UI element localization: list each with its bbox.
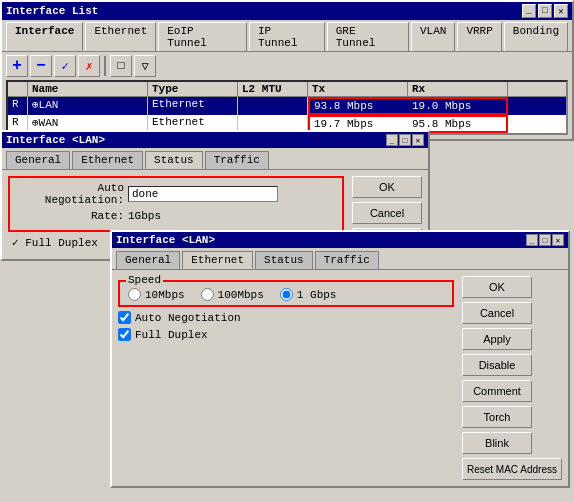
dialog2-comment-button[interactable]: Comment <box>462 380 532 402</box>
dialog1-fields-box: Auto Negotiation: Rate: 1Gbps <box>8 176 344 232</box>
tab-eoip[interactable]: EoIP Tunnel <box>158 22 247 51</box>
tab-gre[interactable]: GRE Tunnel <box>327 22 409 51</box>
toolbar-separator <box>104 56 106 76</box>
main-toolbar: + − ✓ ✗ □ ▽ <box>2 52 572 80</box>
dialog2-tabs: General Ethernet Status Traffic <box>112 248 568 270</box>
dialog2-body: Speed 10Mbps 100Mbps 1 Gbps Auto Negotia… <box>112 270 568 486</box>
full-duplex-label: Full Duplex <box>25 237 98 249</box>
dialog2-disable-button[interactable]: Disable <box>462 354 532 376</box>
dialog1-tabs: General Ethernet Status Traffic <box>2 148 428 170</box>
speed-10mbps-radio[interactable] <box>128 288 141 301</box>
rate-value: 1Gbps <box>128 210 161 222</box>
speed-group-label: Speed <box>126 274 163 286</box>
maximize-button[interactable]: □ <box>538 4 552 18</box>
dialog1-title-text: Interface <LAN> <box>6 134 105 146</box>
auto-neg-row: Auto Negotiation: <box>14 182 338 206</box>
speed-1gbps[interactable]: 1 Gbps <box>280 288 337 301</box>
speed-radio-group: 10Mbps 100Mbps 1 Gbps <box>128 286 444 301</box>
row1-tx: 93.8 Mbps <box>308 97 408 115</box>
rate-row: Rate: 1Gbps <box>14 210 338 222</box>
row1-flag: R <box>8 97 28 115</box>
row1-name: ⊕LAN <box>28 97 148 115</box>
dialog1-maximize[interactable]: □ <box>399 134 411 146</box>
speed-100mbps[interactable]: 100Mbps <box>201 288 264 301</box>
check-button[interactable]: ✓ <box>54 55 76 77</box>
col-type: Type <box>148 82 238 96</box>
dialog2-tab-ethernet[interactable]: Ethernet <box>182 251 253 269</box>
speed-100mbps-label: 100Mbps <box>218 289 264 301</box>
dialog1-tab-traffic[interactable]: Traffic <box>205 151 269 169</box>
filter-button[interactable]: ▽ <box>134 55 156 77</box>
table-header: Name Type L2 MTU Tx Rx <box>8 82 566 97</box>
auto-neg-checkbox-label: Auto Negotiation <box>135 312 241 324</box>
dialog2-minimize[interactable]: _ <box>526 234 538 246</box>
main-window: Interface List _ □ ✕ Interface Ethernet … <box>0 0 574 141</box>
dialog2-tab-general[interactable]: General <box>116 251 180 269</box>
col-flag <box>8 82 28 96</box>
auto-neg-checkbox[interactable] <box>118 311 131 324</box>
full-duplex-checkbox-row: Full Duplex <box>118 328 454 341</box>
speed-10mbps[interactable]: 10Mbps <box>128 288 185 301</box>
auto-neg-checkbox-row: Auto Negotiation <box>118 311 454 324</box>
col-name: Name <box>28 82 148 96</box>
speed-group: Speed 10Mbps 100Mbps 1 Gbps <box>118 280 454 307</box>
tab-bonding[interactable]: Bonding <box>504 22 568 51</box>
dialog1-tab-ethernet[interactable]: Ethernet <box>72 151 143 169</box>
dialog2-reset-mac-button[interactable]: Reset MAC Address <box>462 458 562 480</box>
main-window-title: Interface List <box>6 5 98 17</box>
auto-neg-input[interactable] <box>128 186 278 202</box>
dialog2-title-buttons: _ □ ✕ <box>526 234 564 246</box>
dialog2-close[interactable]: ✕ <box>552 234 564 246</box>
dialog1-ok-button[interactable]: OK <box>352 176 422 198</box>
dialog2-blink-button[interactable]: Blink <box>462 432 532 454</box>
cross-button[interactable]: ✗ <box>78 55 100 77</box>
dialog1-minimize[interactable]: _ <box>386 134 398 146</box>
interface-table: Name Type L2 MTU Tx Rx R ⊕LAN Ethernet 9… <box>6 80 568 135</box>
tab-ip-tunnel[interactable]: IP Tunnel <box>249 22 325 51</box>
remove-button[interactable]: − <box>30 55 52 77</box>
row1-rx: 19.0 Mbps <box>408 97 508 115</box>
tab-vrrp[interactable]: VRRP <box>457 22 501 51</box>
dialog2-title-text: Interface <LAN> <box>116 234 215 246</box>
auto-neg-label: Auto Negotiation: <box>14 182 124 206</box>
tab-ethernet[interactable]: Ethernet <box>85 22 156 51</box>
copy-button[interactable]: □ <box>110 55 132 77</box>
dialog2-tab-traffic[interactable]: Traffic <box>315 251 379 269</box>
dialog1-cancel-button[interactable]: Cancel <box>352 202 422 224</box>
main-title-bar: Interface List _ □ ✕ <box>2 2 572 20</box>
dialog1-tab-general[interactable]: General <box>6 151 70 169</box>
dialog2-cancel-button[interactable]: Cancel <box>462 302 532 324</box>
full-duplex-checkbox[interactable] <box>118 328 131 341</box>
row1-mtu <box>238 97 308 115</box>
main-tab-bar: Interface Ethernet EoIP Tunnel IP Tunnel… <box>2 20 572 52</box>
dialog2-ok-button[interactable]: OK <box>462 276 532 298</box>
dialog2-title: Interface <LAN> _ □ ✕ <box>112 232 568 248</box>
minimize-button[interactable]: _ <box>522 4 536 18</box>
add-button[interactable]: + <box>6 55 28 77</box>
speed-100mbps-radio[interactable] <box>201 288 214 301</box>
dialog1-title: Interface <LAN> _ □ ✕ <box>2 132 428 148</box>
dialog2-fields: Speed 10Mbps 100Mbps 1 Gbps Auto Negotia… <box>118 276 454 480</box>
speed-1gbps-radio[interactable] <box>280 288 293 301</box>
dialog2-maximize[interactable]: □ <box>539 234 551 246</box>
dialog1-tab-status[interactable]: Status <box>145 151 203 169</box>
dialog1-title-buttons: _ □ ✕ <box>386 134 424 146</box>
tab-interface[interactable]: Interface <box>6 22 83 51</box>
table-row[interactable]: R ⊕LAN Ethernet 93.8 Mbps 19.0 Mbps <box>8 97 566 115</box>
tab-vlan[interactable]: VLAN <box>411 22 455 51</box>
dialog1-close[interactable]: ✕ <box>412 134 424 146</box>
col-mtu: L2 MTU <box>238 82 308 96</box>
dialog2-tab-status[interactable]: Status <box>255 251 313 269</box>
col-rx: Rx <box>408 82 508 96</box>
col-tx: Tx <box>308 82 408 96</box>
dialog2: Interface <LAN> _ □ ✕ General Ethernet S… <box>110 230 570 488</box>
dialog2-apply-button[interactable]: Apply <box>462 328 532 350</box>
speed-1gbps-label: 1 Gbps <box>297 289 337 301</box>
row1-type: Ethernet <box>148 97 238 115</box>
dialog2-torch-button[interactable]: Torch <box>462 406 532 428</box>
rate-label: Rate: <box>14 210 124 222</box>
full-duplex-checkbox-label: Full Duplex <box>135 329 208 341</box>
main-title-buttons: _ □ ✕ <box>522 4 568 18</box>
dialog2-buttons: OK Cancel Apply Disable Comment Torch Bl… <box>462 276 562 480</box>
close-button[interactable]: ✕ <box>554 4 568 18</box>
